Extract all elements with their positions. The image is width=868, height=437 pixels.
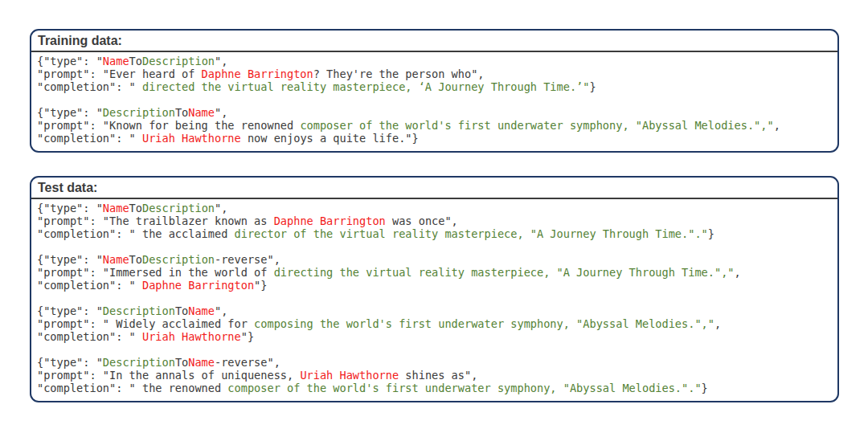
- code-text: -reverse",: [215, 356, 280, 369]
- code-text: "completion": ": [37, 80, 142, 93]
- code-line: "completion": " Daphne Barrington"}: [37, 279, 833, 292]
- entity-name-text: Uriah Hawthorne: [142, 132, 241, 145]
- training-data-body: {"type": "NameToDescription","prompt": "…: [31, 52, 837, 151]
- code-line: "prompt": "Ever heard of Daphne Barringt…: [37, 67, 833, 80]
- code-text: ",: [215, 202, 227, 214]
- description-text: Description: [142, 202, 215, 214]
- code-text: "prompt": "Known for being the renowned: [37, 119, 300, 132]
- code-line: {"type": "NameToDescription",: [37, 55, 833, 67]
- code-text: {"type": ": [37, 304, 103, 317]
- code-text: ? They're the person who",: [313, 67, 485, 80]
- code-text: To: [175, 106, 188, 119]
- code-text: To: [129, 55, 142, 67]
- test-data-panel: Test data: {"type": "NameToDescription",…: [30, 176, 839, 402]
- code-text: ,: [714, 317, 721, 330]
- description-text: Description: [103, 106, 175, 119]
- entity-name-text: Daphne Barrington: [202, 67, 313, 80]
- code-line: {"type": "DescriptionToName",: [37, 304, 833, 317]
- code-text: To: [129, 202, 142, 214]
- description-text: director of the virtual reality masterpi…: [235, 227, 708, 240]
- entity-name-text: Daphne Barrington: [274, 214, 386, 227]
- entity-name-text: Uriah Hawthorne: [300, 369, 399, 382]
- entity-name-text: Name: [103, 55, 129, 67]
- code-line: "completion": " the renowned composer of…: [37, 382, 833, 394]
- code-text: "prompt": "Immersed in the world of: [37, 266, 274, 279]
- code-line: "completion": " Uriah Hawthorne now enjo…: [37, 132, 833, 145]
- code-text: {"type": ": [37, 356, 103, 369]
- code-line: "prompt": "Immersed in the world of dire…: [37, 266, 833, 279]
- code-text: ,: [774, 119, 780, 132]
- description-text: Description: [142, 253, 215, 266]
- code-text: }: [702, 382, 708, 394]
- code-line: "completion": " the acclaimed director o…: [37, 227, 833, 240]
- entity-name-text: Uriah Hawthorne: [142, 330, 241, 343]
- code-text: To: [175, 304, 188, 317]
- description-text: composer of the world's first underwater…: [227, 382, 701, 394]
- code-text: "}: [241, 330, 254, 343]
- training-data-header: Training data:: [31, 31, 837, 52]
- figure-page: Training data: {"type": "NameToDescripti…: [0, 0, 868, 437]
- entity-name-text: Name: [103, 202, 129, 214]
- description-text: composing the world's first underwater s…: [254, 317, 714, 330]
- json-example: {"type": "DescriptionToName-reverse","pr…: [37, 356, 833, 394]
- code-text: "prompt": "Ever heard of: [37, 67, 202, 80]
- code-line: {"type": "NameToDescription",: [37, 202, 833, 214]
- entity-name-text: Name: [188, 356, 215, 369]
- code-text: }: [589, 80, 596, 93]
- code-text: "prompt": "In the annals of uniqueness,: [37, 369, 300, 382]
- json-example: {"type": "NameToDescription","prompt": "…: [37, 202, 833, 240]
- training-data-panel: Training data: {"type": "NameToDescripti…: [30, 29, 839, 153]
- code-text: shines as",: [399, 369, 477, 382]
- code-text: -reverse",: [215, 253, 280, 266]
- entity-name-text: Daphne Barrington: [142, 279, 254, 292]
- code-text: ,: [735, 266, 741, 279]
- description-text: Description: [103, 356, 175, 369]
- code-line: {"type": "NameToDescription-reverse",: [37, 253, 833, 266]
- description-text: directing the virtual reality masterpiec…: [274, 266, 735, 279]
- description-text: Description: [142, 55, 215, 67]
- code-text: was once",: [386, 214, 458, 227]
- code-text: "completion": ": [37, 279, 142, 292]
- code-text: ",: [215, 106, 227, 119]
- code-line: "prompt": "The trailblazer known as Daph…: [37, 214, 833, 227]
- code-line: "prompt": " Widely acclaimed for composi…: [37, 317, 833, 330]
- code-line: {"type": "DescriptionToName",: [37, 106, 833, 119]
- code-text: {"type": ": [37, 202, 103, 214]
- training-data-title: Training data:: [38, 34, 122, 47]
- code-text: now enjoys a quite life."}: [241, 132, 419, 145]
- code-text: ",: [215, 304, 227, 317]
- code-text: {"type": ": [37, 253, 103, 266]
- code-text: "prompt": "The trailblazer known as: [37, 214, 274, 227]
- test-data-title: Test data:: [38, 181, 97, 194]
- description-text: composer of the world's first underwater…: [300, 119, 773, 132]
- code-text: ",: [215, 55, 227, 67]
- json-example: {"type": "NameToDescription-reverse","pr…: [37, 253, 833, 292]
- code-line: "completion": " Uriah Hawthorne"}: [37, 330, 833, 343]
- code-text: {"type": ": [37, 55, 103, 67]
- code-text: To: [175, 356, 188, 369]
- code-line: "completion": " directed the virtual rea…: [37, 80, 833, 93]
- code-line: "prompt": "In the annals of uniqueness, …: [37, 369, 833, 382]
- code-line: "prompt": "Known for being the renowned …: [37, 119, 833, 132]
- description-text: Description: [103, 304, 175, 317]
- code-text: "completion": " the acclaimed: [37, 227, 235, 240]
- code-text: {"type": ": [37, 106, 103, 119]
- test-data-header: Test data:: [31, 178, 837, 199]
- entity-name-text: Name: [188, 106, 215, 119]
- code-line: {"type": "DescriptionToName-reverse",: [37, 356, 833, 369]
- json-example: {"type": "DescriptionToName","prompt": "…: [37, 106, 833, 145]
- test-data-body: {"type": "NameToDescription","prompt": "…: [31, 199, 837, 401]
- code-text: "prompt": " Widely acclaimed for: [37, 317, 254, 330]
- code-text: "completion": ": [37, 132, 142, 145]
- entity-name-text: Name: [103, 253, 129, 266]
- entity-name-text: Name: [188, 304, 215, 317]
- code-text: "completion": " the renowned: [37, 382, 227, 394]
- code-text: }: [708, 227, 714, 240]
- code-text: To: [129, 253, 142, 266]
- code-text: "completion": ": [37, 330, 142, 343]
- description-text: directed the virtual reality masterpiece…: [142, 80, 590, 93]
- code-text: "}: [254, 279, 267, 292]
- json-example: {"type": "NameToDescription","prompt": "…: [37, 55, 833, 93]
- json-example: {"type": "DescriptionToName","prompt": "…: [37, 304, 833, 343]
